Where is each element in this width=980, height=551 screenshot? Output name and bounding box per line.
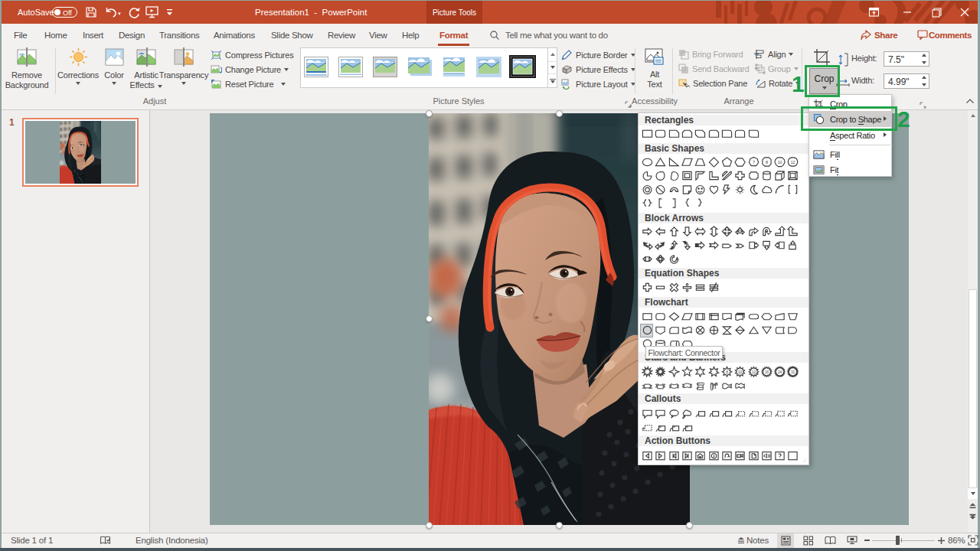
svg-text:24: 24 — [778, 370, 782, 374]
svg-text:8: 8 — [726, 370, 728, 374]
svg-text:10: 10 — [738, 370, 743, 374]
svg-text:8: 8 — [766, 159, 768, 164]
svg-text:16: 16 — [765, 370, 769, 374]
svg-text:7: 7 — [752, 159, 754, 164]
svg-text:32: 32 — [791, 370, 795, 374]
svg-text:10: 10 — [778, 159, 782, 164]
svg-text:12: 12 — [791, 159, 795, 164]
svg-text:12: 12 — [751, 370, 756, 374]
